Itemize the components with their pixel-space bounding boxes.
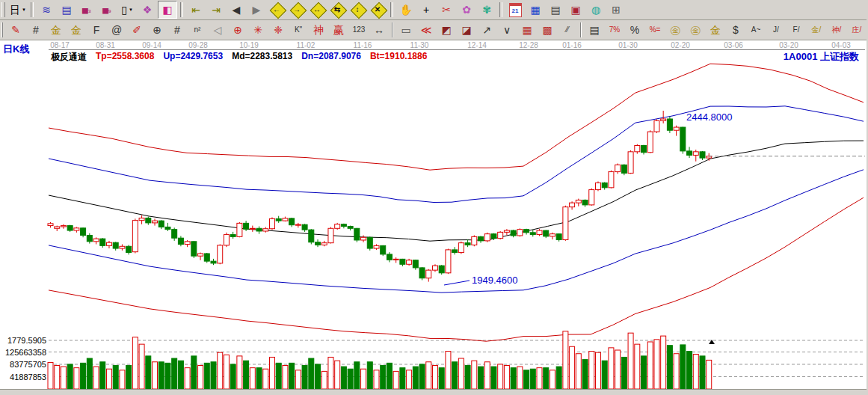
rect-tool-icon[interactable]: ▭	[396, 21, 416, 39]
gold-diagonal-icon[interactable]: 金/	[807, 21, 826, 39]
spiral-icon[interactable]: @	[107, 21, 126, 39]
kline-mark-icon[interactable]: K"	[289, 21, 308, 39]
shen-icon[interactable]: 神	[309, 21, 328, 39]
starburst-icon[interactable]: ✳	[248, 21, 268, 39]
kline-chart[interactable]: 1779.590512566335883775705418878532444.8…	[0, 49, 868, 390]
percent-level-icon[interactable]: %=	[645, 21, 665, 39]
zhuang-diagonal-icon[interactable]: 庄/	[847, 21, 867, 39]
zigzag-icon[interactable]: ∨	[497, 21, 517, 39]
candle-type-selector[interactable]: ▯▼	[117, 1, 137, 19]
target-icon[interactable]: ⊕	[228, 21, 247, 39]
candle-body	[419, 268, 425, 278]
toolbar-separator	[390, 2, 393, 17]
j-line-icon[interactable]: J/	[766, 21, 786, 39]
shen-diagonal-icon[interactable]: 神/	[827, 21, 846, 39]
multi-grid-3-icon[interactable]: ▅₃	[77, 1, 96, 19]
volume-bar	[641, 356, 647, 389]
volume-bar	[237, 356, 242, 389]
info-panel-icon[interactable]: ▤	[57, 1, 76, 19]
boxed-fan-icon[interactable]: ◩	[437, 21, 456, 39]
numbers-icon[interactable]: 123	[349, 21, 369, 39]
volume-bar	[609, 348, 614, 389]
date-tick: 11-02	[297, 41, 316, 49]
percent-icon[interactable]: %	[625, 21, 644, 39]
width-measure-icon[interactable]: ↔	[369, 21, 389, 39]
plain-ruler-icon[interactable]: #	[167, 21, 187, 39]
candle-body	[439, 266, 444, 273]
volume-bar	[153, 362, 158, 389]
wave-icon[interactable]: A~	[746, 21, 766, 39]
candle-body	[269, 218, 274, 228]
gold-level-icon[interactable]: 金	[706, 21, 725, 39]
calculator-icon[interactable]: ▦	[526, 1, 545, 19]
grid2-icon[interactable]: ▩	[538, 21, 557, 39]
date-tick: 08-31	[96, 41, 115, 49]
candle-body	[621, 165, 627, 173]
circle-ruler-icon[interactable]: ⊕	[147, 21, 167, 39]
notes-icon[interactable]: ▤	[546, 1, 565, 19]
stats-list-icon[interactable]: ▤	[585, 21, 604, 39]
ray-icon[interactable]: ↗	[477, 21, 496, 39]
overlay-chart-icon[interactable]: ≋	[37, 1, 56, 19]
date-tick: 08-17	[50, 41, 70, 49]
volume-bar	[439, 368, 444, 389]
multi-grid-9-icon[interactable]: ▅₉	[97, 1, 117, 19]
exponent-icon[interactable]: n²	[188, 21, 207, 39]
zoom-right-icon[interactable]: →	[287, 1, 307, 19]
coin2-icon[interactable]: ㊎	[686, 21, 705, 39]
ying-icon[interactable]: 赢	[329, 21, 348, 39]
next-bar-icon[interactable]: ▶	[247, 1, 266, 19]
toolbar-grip2[interactable]	[1, 22, 3, 37]
first-bar-icon[interactable]: ⇤	[186, 1, 206, 19]
candle-body	[48, 224, 53, 226]
volume-bar	[517, 367, 523, 389]
candle-body	[100, 239, 105, 245]
brush2-icon[interactable]: ✐	[127, 21, 147, 39]
candle-body	[484, 234, 490, 241]
prev-bar-icon[interactable]: ◀	[227, 1, 246, 19]
knot-icon[interactable]: ✿	[457, 1, 476, 19]
period-selector[interactable]: 日▼	[8, 1, 28, 19]
swap-icon[interactable]: ⇆	[327, 1, 347, 19]
fib-ruler-icon[interactable]: F	[87, 21, 106, 39]
f-line-icon[interactable]: F/	[787, 21, 806, 39]
cut-icon[interactable]: ✂	[437, 1, 456, 19]
volume-bar	[628, 333, 633, 389]
web-update-icon[interactable]: ◍	[586, 1, 606, 19]
zoom-vertical-icon[interactable]: ↕	[348, 1, 367, 19]
grid-icon[interactable]: ▦	[517, 21, 537, 39]
price-flag-icon[interactable]: $	[726, 21, 745, 39]
volume-bar	[491, 367, 496, 389]
gann-fan-icon[interactable]: ≪	[416, 21, 436, 39]
toolbar-grip[interactable]	[1, 2, 5, 17]
brain-icon[interactable]: ✾	[477, 1, 496, 19]
gold-measure2-icon[interactable]: 金	[67, 21, 86, 39]
ruler-grid-icon[interactable]: #	[26, 21, 46, 39]
last-bar-icon[interactable]: ⇥	[206, 1, 226, 19]
draw-brush-icon[interactable]: ✎	[6, 21, 25, 39]
hatch-icon[interactable]: ⁄⁄	[558, 21, 577, 39]
order-transfer-icon[interactable]: ⊞	[606, 1, 626, 19]
volume-axis-label: 125663358	[5, 348, 46, 357]
boxed-fan2-icon[interactable]: ◪	[457, 21, 476, 39]
pan-hand-icon[interactable]: ✋	[396, 1, 416, 19]
volume-profile-icon[interactable]: ◧	[158, 1, 177, 19]
volume-bar	[367, 362, 372, 389]
volume-bar	[132, 337, 138, 389]
candle-body	[407, 260, 412, 265]
toolbar-separator	[31, 2, 34, 17]
candle-body	[544, 230, 549, 236]
zoom-left-icon[interactable]: ←	[267, 1, 286, 19]
percent-line-icon[interactable]: 7%	[605, 21, 624, 39]
zoom-horizontal-icon[interactable]: ↔	[307, 1, 327, 19]
volume-bar	[387, 363, 392, 389]
boxed-star-icon[interactable]: ❈	[268, 21, 288, 39]
save-icon[interactable]: ▣	[566, 1, 585, 19]
crosshair-icon[interactable]: +	[416, 1, 436, 19]
zoom-reset-icon[interactable]: ✕	[368, 1, 387, 19]
gold-measure-icon[interactable]: 金	[46, 21, 66, 39]
pattern-icon[interactable]: ❖	[138, 1, 157, 19]
calendar-icon[interactable]: 21	[505, 1, 525, 19]
coin-icon[interactable]: ㊎	[665, 21, 685, 39]
pennant-icon[interactable]: ◁	[208, 21, 227, 39]
